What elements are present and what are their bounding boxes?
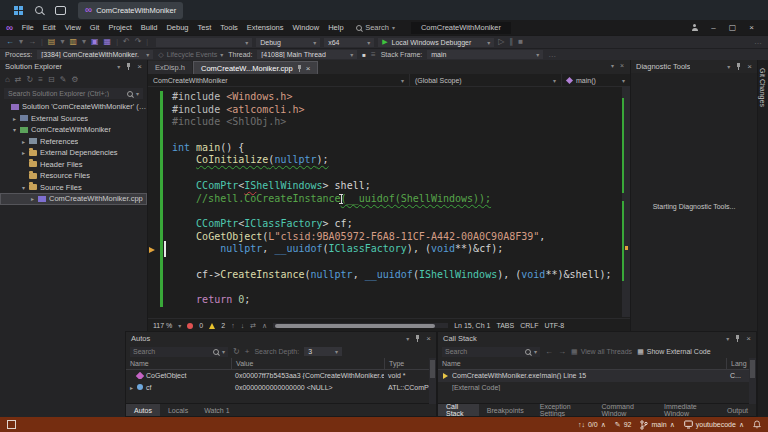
line-margin[interactable] [148,167,160,180]
line-margin[interactable] [148,243,160,256]
column-header-value[interactable]: Value [231,358,384,369]
line-margin[interactable] [148,142,160,155]
active-files-icon[interactable]: ▾ [611,62,614,69]
tab-comcreatew...moniker.cpp[interactable]: ComCreateW...Moniker.cpp× [193,61,318,74]
code-line[interactable]: nullptr, __uuidof(IClassFactory), (void*… [148,243,630,256]
window-position-icon[interactable]: ▾ [117,63,120,70]
code-line[interactable] [148,281,630,294]
solution-explorer-titlebar[interactable]: Solution Explorer ▾ × [0,60,147,73]
menu-edit[interactable]: Edit [38,23,60,32]
indent-mode-indicator[interactable]: TABS [496,322,514,329]
code-line[interactable]: CoInitialize(nullptr); [148,154,630,167]
tree-item[interactable]: ▸References [0,136,147,148]
git-changes-tab[interactable]: Git Changes [759,68,766,107]
line-margin[interactable] [148,218,160,231]
code-area[interactable]: #include <Windows.h>#include <atlcomcli.… [148,87,630,318]
expander-icon[interactable]: ▸ [130,384,137,391]
stack-frame-combo[interactable]: main▾ [427,50,543,59]
navigate-backward-icon[interactable]: ← [6,36,14,48]
menu-test[interactable]: Test [193,23,216,32]
debug-target-button[interactable]: ▶ Local Windows Debugger▾ [378,38,494,47]
member-dropdown[interactable]: main()▾ [562,74,630,86]
close-icon[interactable]: × [137,62,142,71]
flag-threads-icon[interactable]: ≡ [371,49,376,61]
add-icon[interactable]: + [245,346,250,358]
close-icon[interactable]: × [426,334,431,343]
debugbar-overflow-icon[interactable]: … [548,49,556,61]
expander-icon[interactable]: ▾ [13,126,20,133]
tool-tab-output[interactable]: Output [719,404,756,416]
code-line[interactable] [148,205,630,218]
close-button[interactable]: × [749,23,754,32]
pin-icon[interactable] [736,63,741,70]
start-alt-icon[interactable]: ▷ [498,36,504,48]
code-line[interactable]: CComPtr<IClassFactory> cf; [148,218,630,231]
refresh-icon[interactable]: ↻ [233,346,240,358]
chevron-down-icon[interactable]: ▾ [178,322,181,329]
pin-icon[interactable] [415,335,420,342]
close-icon[interactable]: × [747,62,752,71]
autos-search-input[interactable]: Search ▾ [130,347,228,357]
menu-window[interactable]: Window [288,23,324,32]
tree-item[interactable]: ▸External Sources [0,113,147,125]
tool-tab-exception-settings[interactable]: Exception Settings [532,404,594,416]
taskbar-app-button[interactable]: ∞ ComCreateWithMoniker [78,2,183,19]
line-margin[interactable] [148,104,160,117]
pin-icon[interactable] [297,65,302,72]
search-depth-input[interactable]: 3▾ [304,347,342,356]
line-margin[interactable] [148,269,160,282]
menu-debug[interactable]: Debug [162,23,193,32]
tree-item[interactable]: ▾Source Files [0,182,147,194]
code-line[interactable]: //shell.CoCreateInstance(__uuidof(ShellW… [148,193,630,206]
line-margin[interactable] [148,205,160,218]
code-line[interactable]: return 0; [148,294,630,307]
feedback-icon[interactable] [691,24,698,31]
line-margin[interactable] [148,129,160,142]
autos-titlebar[interactable]: Autos ▾ × [126,332,436,345]
maximize-button[interactable]: ▢ [729,23,737,32]
menu-file[interactable]: File [17,23,38,32]
line-margin[interactable] [148,294,160,307]
current-repo-button[interactable]: youtubecode ∧ [684,420,744,429]
next-frame-icon[interactable]: → [558,346,566,358]
code-line[interactable]: CComPtr<IShellWindows> shell; [148,180,630,193]
stack-frame-row[interactable]: ComCreateWithMoniker.exe!main() Line 15C… [438,370,756,382]
undo-icon[interactable]: ↶ [123,36,130,48]
collapse-icon[interactable]: ∧ [262,322,267,330]
menu-extensions[interactable]: Extensions [242,23,288,32]
refresh-icon[interactable]: ↻ [27,74,34,86]
tree-item[interactable]: ▸External Dependencies [0,147,147,159]
minimize-button[interactable]: – [711,23,715,32]
dropdown-icon[interactable]: ▾ [19,36,23,48]
code-line[interactable] [148,256,630,269]
menu-git[interactable]: Git [85,23,104,32]
stop-icon[interactable]: ■ [518,36,523,48]
switch-views-icon[interactable]: ⇄ [15,74,22,86]
line-column-indicator[interactable]: Ln 15, Ch 1 [454,322,490,329]
new-project-icon[interactable]: ▤ [48,36,56,48]
tree-item[interactable]: ▾ComCreateWithMoniker [0,124,147,136]
code-line[interactable]: #include <atlcomcli.h> [148,104,630,117]
window-position-icon[interactable]: ▾ [726,335,729,342]
tool-tab-autos[interactable]: Autos [126,404,160,416]
code-line[interactable]: CoGetObject(L"clsid:9BA05972-F6A8-11CF-A… [148,231,630,244]
solution-explorer-search[interactable]: Search Solution Explorer (Ctrl+;) ▾ [4,88,143,99]
navigate-forward-icon[interactable]: → [28,36,36,48]
thread-combo[interactable]: [41088] Main Thread▾ [257,50,357,59]
code-line[interactable]: int main() { [148,142,630,155]
save-icon[interactable]: ▣ [91,36,99,48]
settings-icon[interactable]: ⚙ [71,74,78,86]
prev-issue-icon[interactable]: ↑ [231,322,235,329]
line-margin[interactable] [148,231,160,244]
background-tasks-icon[interactable] [7,420,16,429]
expander-icon[interactable]: ▸ [22,138,29,145]
tool-tab-call-stack[interactable]: Call Stack [438,404,479,416]
pin-icon[interactable] [735,335,740,342]
close-icon[interactable]: × [746,334,751,343]
variable-row[interactable]: CoGetObject0x00007ff7b5453aa3 {ComCreate… [126,370,436,382]
tree-item[interactable]: ▸ComCreateWithMoniker.cpp [0,193,147,205]
tool-tab-command-window[interactable]: Command Window [593,404,656,416]
column-header-name[interactable]: Name [438,358,726,369]
tool-tab-watch-1[interactable]: Watch 1 [196,404,237,416]
project-dropdown[interactable]: ComCreateWithMoniker▾ [148,74,410,86]
